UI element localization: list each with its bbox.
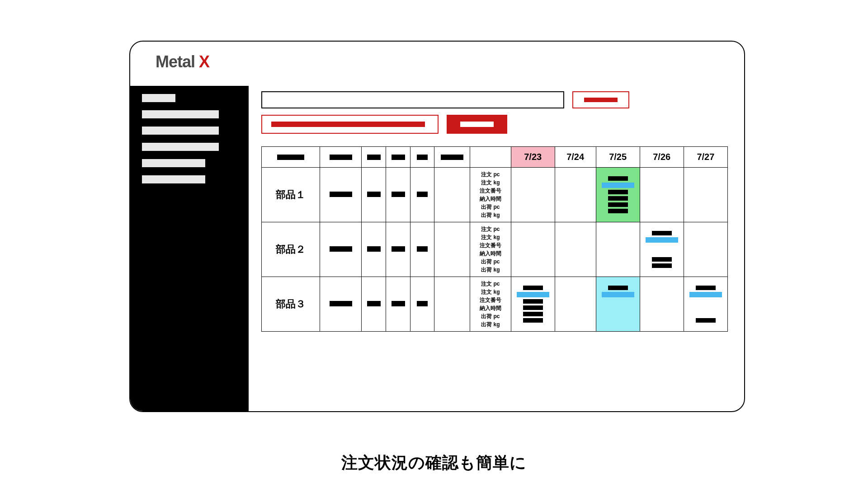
meta-cell — [410, 168, 434, 222]
sidebar-item-1[interactable] — [142, 110, 219, 118]
meta-col-header — [386, 147, 410, 168]
caption: 注文状況の確認も簡単に — [0, 452, 868, 474]
data-bar-highlight — [517, 292, 549, 297]
meta-cell — [320, 222, 362, 277]
data-bar — [608, 190, 628, 194]
data-bar — [608, 286, 628, 290]
meta-cell — [410, 222, 434, 277]
meta-cell — [386, 277, 410, 332]
date-header-7-26[interactable]: 7/26 — [640, 147, 684, 168]
sidebar — [130, 86, 249, 412]
confirm-button-label — [460, 122, 494, 127]
sublabels: 注文 pc注文 kg注文番号納入時間出荷 pc出荷 kg — [470, 277, 511, 332]
data-bar — [608, 209, 628, 213]
sidebar-item-2[interactable] — [142, 127, 219, 135]
filter-input-value — [271, 122, 425, 127]
data-bar-highlight — [602, 183, 634, 188]
sidebar-item-5[interactable] — [142, 175, 205, 183]
meta-cell — [362, 222, 386, 277]
meta-cell — [320, 277, 362, 332]
data-bar — [608, 196, 628, 201]
filter-input[interactable] — [261, 115, 439, 134]
search-button[interactable] — [572, 91, 629, 108]
app-window: Metal X 7/237/247/257/267/2 — [129, 41, 745, 412]
meta-cell — [386, 222, 410, 277]
day-cell[interactable] — [555, 168, 596, 222]
main-content: 7/237/247/257/267/27 部品１注文 pc注文 kg注文番号納入… — [261, 91, 728, 332]
data-bar — [523, 318, 543, 323]
data-bar — [608, 176, 628, 181]
date-header-7-25[interactable]: 7/25 — [596, 147, 640, 168]
meta-cell — [434, 222, 470, 277]
meta-cell — [320, 168, 362, 222]
part-name-cell: 部品１ — [262, 168, 320, 222]
table-row: 部品１注文 pc注文 kg注文番号納入時間出荷 pc出荷 kg — [262, 168, 728, 222]
day-cell[interactable] — [684, 277, 727, 332]
data-bar — [523, 299, 543, 304]
day-cell[interactable] — [555, 222, 596, 277]
day-cell[interactable] — [596, 277, 640, 332]
sublabels: 注文 pc注文 kg注文番号納入時間出荷 pc出荷 kg — [470, 222, 511, 277]
confirm-button[interactable] — [447, 115, 507, 134]
search-input[interactable] — [261, 91, 564, 108]
data-bar — [652, 257, 672, 262]
sublabel-col-header — [470, 147, 511, 168]
sidebar-item-3[interactable] — [142, 143, 219, 151]
day-cell[interactable] — [511, 168, 555, 222]
day-cell[interactable] — [640, 168, 684, 222]
part-name-cell: 部品３ — [262, 277, 320, 332]
sidebar-item-0[interactable] — [142, 94, 175, 102]
meta-col-header — [410, 147, 434, 168]
sidebar-item-4[interactable] — [142, 159, 205, 167]
data-bar — [523, 305, 543, 310]
meta-cell — [434, 277, 470, 332]
day-cell[interactable] — [640, 277, 684, 332]
day-cell[interactable] — [511, 222, 555, 277]
date-header-7-24[interactable]: 7/24 — [555, 147, 596, 168]
brand-logo: Metal X — [156, 52, 209, 71]
data-bar-highlight — [646, 237, 678, 243]
day-cell[interactable] — [640, 222, 684, 277]
date-header-7-27[interactable]: 7/27 — [684, 147, 727, 168]
day-cell[interactable] — [684, 222, 727, 277]
search-button-label — [584, 98, 618, 102]
day-cell[interactable] — [596, 168, 640, 222]
meta-col-header — [320, 147, 362, 168]
part-name-cell: 部品２ — [262, 222, 320, 277]
data-bar — [652, 263, 672, 268]
day-cell[interactable] — [684, 168, 727, 222]
meta-col-header — [434, 147, 470, 168]
schedule-table: 7/237/247/257/267/27 部品１注文 pc注文 kg注文番号納入… — [261, 146, 728, 332]
meta-cell — [434, 168, 470, 222]
data-bar — [652, 231, 672, 235]
data-bar — [696, 318, 716, 323]
data-bar-highlight — [689, 292, 722, 297]
meta-cell — [386, 168, 410, 222]
table-header-row: 7/237/247/257/267/27 — [262, 147, 728, 168]
day-cell[interactable] — [596, 222, 640, 277]
data-bar — [523, 312, 543, 316]
meta-cell — [410, 277, 434, 332]
meta-col-header — [262, 147, 320, 168]
meta-cell — [362, 168, 386, 222]
day-cell[interactable] — [555, 277, 596, 332]
meta-col-header — [362, 147, 386, 168]
table-row: 部品３注文 pc注文 kg注文番号納入時間出荷 pc出荷 kg — [262, 277, 728, 332]
meta-cell — [362, 277, 386, 332]
data-bar — [523, 286, 543, 290]
sublabels: 注文 pc注文 kg注文番号納入時間出荷 pc出荷 kg — [470, 168, 511, 222]
data-bar — [608, 202, 628, 207]
data-bar — [696, 286, 716, 290]
brand-accent: X — [199, 52, 209, 71]
data-bar-highlight — [602, 292, 634, 297]
day-cell[interactable] — [511, 277, 555, 332]
table-row: 部品２注文 pc注文 kg注文番号納入時間出荷 pc出荷 kg — [262, 222, 728, 277]
date-header-7-23[interactable]: 7/23 — [511, 147, 555, 168]
brand-text: Metal — [156, 52, 195, 71]
